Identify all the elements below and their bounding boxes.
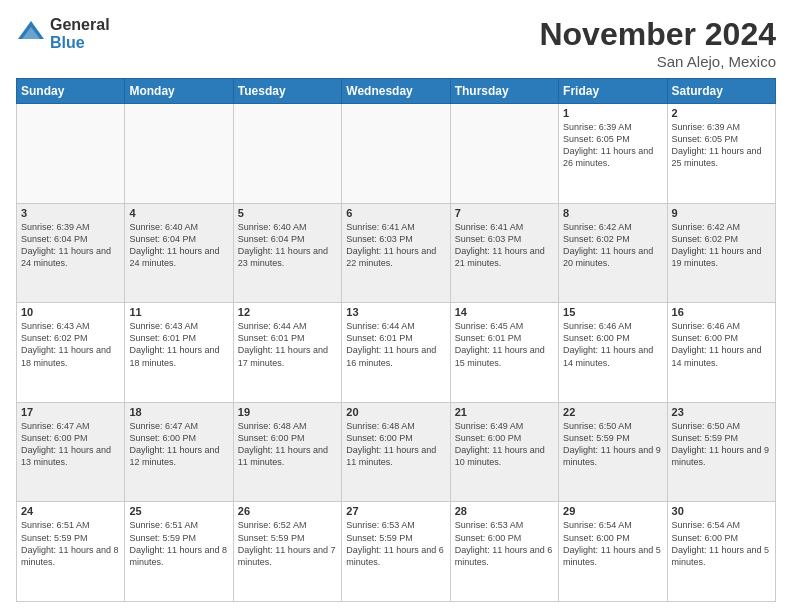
calendar-cell: 4Sunrise: 6:40 AM Sunset: 6:04 PM Daylig… [125, 203, 233, 303]
day-info: Sunrise: 6:45 AM Sunset: 6:01 PM Dayligh… [455, 320, 554, 369]
title-month: November 2024 [539, 16, 776, 53]
calendar-cell: 12Sunrise: 6:44 AM Sunset: 6:01 PM Dayli… [233, 303, 341, 403]
calendar-cell: 23Sunrise: 6:50 AM Sunset: 5:59 PM Dayli… [667, 402, 775, 502]
day-info: Sunrise: 6:41 AM Sunset: 6:03 PM Dayligh… [346, 221, 445, 270]
day-number: 22 [563, 406, 662, 418]
calendar-cell: 19Sunrise: 6:48 AM Sunset: 6:00 PM Dayli… [233, 402, 341, 502]
calendar-cell: 1Sunrise: 6:39 AM Sunset: 6:05 PM Daylig… [559, 104, 667, 204]
calendar-cell [125, 104, 233, 204]
day-info: Sunrise: 6:41 AM Sunset: 6:03 PM Dayligh… [455, 221, 554, 270]
day-info: Sunrise: 6:51 AM Sunset: 5:59 PM Dayligh… [129, 519, 228, 568]
calendar-week-row: 3Sunrise: 6:39 AM Sunset: 6:04 PM Daylig… [17, 203, 776, 303]
day-number: 12 [238, 306, 337, 318]
day-info: Sunrise: 6:43 AM Sunset: 6:01 PM Dayligh… [129, 320, 228, 369]
day-number: 2 [672, 107, 771, 119]
calendar-header-saturday: Saturday [667, 79, 775, 104]
calendar-header-wednesday: Wednesday [342, 79, 450, 104]
day-number: 27 [346, 505, 445, 517]
day-info: Sunrise: 6:51 AM Sunset: 5:59 PM Dayligh… [21, 519, 120, 568]
calendar-header-thursday: Thursday [450, 79, 558, 104]
calendar-cell: 7Sunrise: 6:41 AM Sunset: 6:03 PM Daylig… [450, 203, 558, 303]
day-number: 9 [672, 207, 771, 219]
day-info: Sunrise: 6:48 AM Sunset: 6:00 PM Dayligh… [238, 420, 337, 469]
day-number: 8 [563, 207, 662, 219]
calendar-cell: 16Sunrise: 6:46 AM Sunset: 6:00 PM Dayli… [667, 303, 775, 403]
day-number: 4 [129, 207, 228, 219]
calendar-header-tuesday: Tuesday [233, 79, 341, 104]
day-info: Sunrise: 6:47 AM Sunset: 6:00 PM Dayligh… [129, 420, 228, 469]
page: General Blue November 2024 San Alejo, Me… [0, 0, 792, 612]
calendar-cell: 28Sunrise: 6:53 AM Sunset: 6:00 PM Dayli… [450, 502, 558, 602]
day-number: 24 [21, 505, 120, 517]
calendar-cell: 24Sunrise: 6:51 AM Sunset: 5:59 PM Dayli… [17, 502, 125, 602]
day-number: 29 [563, 505, 662, 517]
day-info: Sunrise: 6:44 AM Sunset: 6:01 PM Dayligh… [346, 320, 445, 369]
day-info: Sunrise: 6:40 AM Sunset: 6:04 PM Dayligh… [129, 221, 228, 270]
day-info: Sunrise: 6:52 AM Sunset: 5:59 PM Dayligh… [238, 519, 337, 568]
day-info: Sunrise: 6:43 AM Sunset: 6:02 PM Dayligh… [21, 320, 120, 369]
day-number: 23 [672, 406, 771, 418]
day-number: 16 [672, 306, 771, 318]
calendar-cell: 17Sunrise: 6:47 AM Sunset: 6:00 PM Dayli… [17, 402, 125, 502]
calendar-week-row: 10Sunrise: 6:43 AM Sunset: 6:02 PM Dayli… [17, 303, 776, 403]
calendar-cell: 21Sunrise: 6:49 AM Sunset: 6:00 PM Dayli… [450, 402, 558, 502]
calendar-cell: 14Sunrise: 6:45 AM Sunset: 6:01 PM Dayli… [450, 303, 558, 403]
day-info: Sunrise: 6:46 AM Sunset: 6:00 PM Dayligh… [563, 320, 662, 369]
calendar-header-friday: Friday [559, 79, 667, 104]
calendar-week-row: 1Sunrise: 6:39 AM Sunset: 6:05 PM Daylig… [17, 104, 776, 204]
calendar-cell: 11Sunrise: 6:43 AM Sunset: 6:01 PM Dayli… [125, 303, 233, 403]
day-info: Sunrise: 6:42 AM Sunset: 6:02 PM Dayligh… [563, 221, 662, 270]
day-info: Sunrise: 6:50 AM Sunset: 5:59 PM Dayligh… [672, 420, 771, 469]
calendar-cell: 6Sunrise: 6:41 AM Sunset: 6:03 PM Daylig… [342, 203, 450, 303]
day-number: 28 [455, 505, 554, 517]
day-number: 10 [21, 306, 120, 318]
calendar-header-sunday: Sunday [17, 79, 125, 104]
calendar-header-monday: Monday [125, 79, 233, 104]
header: General Blue November 2024 San Alejo, Me… [16, 16, 776, 70]
day-number: 15 [563, 306, 662, 318]
day-info: Sunrise: 6:40 AM Sunset: 6:04 PM Dayligh… [238, 221, 337, 270]
day-number: 5 [238, 207, 337, 219]
day-number: 26 [238, 505, 337, 517]
day-number: 13 [346, 306, 445, 318]
calendar-cell: 29Sunrise: 6:54 AM Sunset: 6:00 PM Dayli… [559, 502, 667, 602]
calendar-cell: 18Sunrise: 6:47 AM Sunset: 6:00 PM Dayli… [125, 402, 233, 502]
day-info: Sunrise: 6:47 AM Sunset: 6:00 PM Dayligh… [21, 420, 120, 469]
day-info: Sunrise: 6:53 AM Sunset: 5:59 PM Dayligh… [346, 519, 445, 568]
day-info: Sunrise: 6:50 AM Sunset: 5:59 PM Dayligh… [563, 420, 662, 469]
calendar-cell: 5Sunrise: 6:40 AM Sunset: 6:04 PM Daylig… [233, 203, 341, 303]
calendar-cell: 30Sunrise: 6:54 AM Sunset: 6:00 PM Dayli… [667, 502, 775, 602]
logo-blue-label: Blue [50, 34, 110, 52]
calendar-week-row: 24Sunrise: 6:51 AM Sunset: 5:59 PM Dayli… [17, 502, 776, 602]
day-number: 21 [455, 406, 554, 418]
day-info: Sunrise: 6:39 AM Sunset: 6:05 PM Dayligh… [672, 121, 771, 170]
day-info: Sunrise: 6:49 AM Sunset: 6:00 PM Dayligh… [455, 420, 554, 469]
day-info: Sunrise: 6:54 AM Sunset: 6:00 PM Dayligh… [672, 519, 771, 568]
day-info: Sunrise: 6:42 AM Sunset: 6:02 PM Dayligh… [672, 221, 771, 270]
calendar-cell: 25Sunrise: 6:51 AM Sunset: 5:59 PM Dayli… [125, 502, 233, 602]
day-number: 30 [672, 505, 771, 517]
calendar-cell: 13Sunrise: 6:44 AM Sunset: 6:01 PM Dayli… [342, 303, 450, 403]
title-location: San Alejo, Mexico [539, 53, 776, 70]
calendar-header-row: SundayMondayTuesdayWednesdayThursdayFrid… [17, 79, 776, 104]
title-block: November 2024 San Alejo, Mexico [539, 16, 776, 70]
day-info: Sunrise: 6:53 AM Sunset: 6:00 PM Dayligh… [455, 519, 554, 568]
calendar-cell [342, 104, 450, 204]
day-number: 19 [238, 406, 337, 418]
day-info: Sunrise: 6:54 AM Sunset: 6:00 PM Dayligh… [563, 519, 662, 568]
day-number: 25 [129, 505, 228, 517]
calendar-cell: 9Sunrise: 6:42 AM Sunset: 6:02 PM Daylig… [667, 203, 775, 303]
day-info: Sunrise: 6:46 AM Sunset: 6:00 PM Dayligh… [672, 320, 771, 369]
calendar-cell [450, 104, 558, 204]
calendar-cell [233, 104, 341, 204]
calendar-cell: 3Sunrise: 6:39 AM Sunset: 6:04 PM Daylig… [17, 203, 125, 303]
day-number: 6 [346, 207, 445, 219]
day-number: 18 [129, 406, 228, 418]
calendar-cell: 22Sunrise: 6:50 AM Sunset: 5:59 PM Dayli… [559, 402, 667, 502]
calendar-table: SundayMondayTuesdayWednesdayThursdayFrid… [16, 78, 776, 602]
calendar-cell: 27Sunrise: 6:53 AM Sunset: 5:59 PM Dayli… [342, 502, 450, 602]
day-number: 14 [455, 306, 554, 318]
day-info: Sunrise: 6:39 AM Sunset: 6:04 PM Dayligh… [21, 221, 120, 270]
calendar-cell: 20Sunrise: 6:48 AM Sunset: 6:00 PM Dayli… [342, 402, 450, 502]
day-info: Sunrise: 6:44 AM Sunset: 6:01 PM Dayligh… [238, 320, 337, 369]
